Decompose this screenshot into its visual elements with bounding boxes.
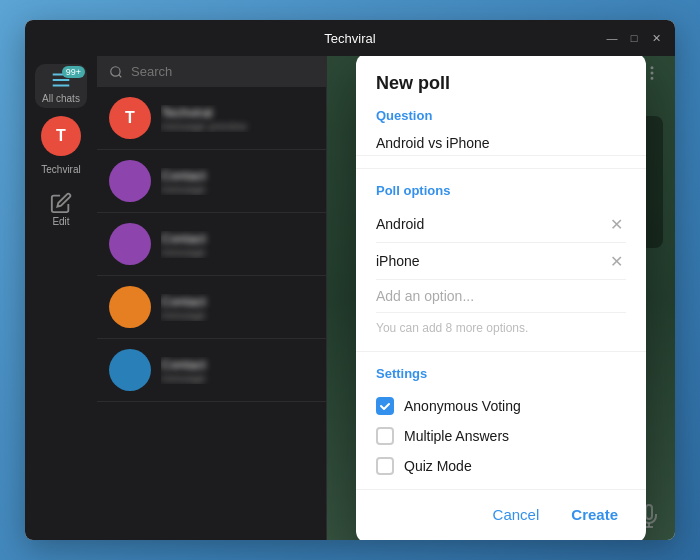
poll-option-android: Android ✕ (376, 206, 626, 243)
window-controls: — □ ✕ (605, 31, 663, 45)
quiz-mode-checkbox[interactable] (376, 457, 394, 475)
anonymous-voting-item[interactable]: Anonymous Voting (376, 391, 626, 421)
chat-item-techviral[interactable]: T Techviral message preview (97, 87, 326, 150)
create-button[interactable]: Create (563, 502, 626, 527)
poll-option-iphone: iPhone ✕ (376, 243, 626, 280)
chat-preview: message (161, 246, 314, 258)
chat-preview: message preview (161, 120, 314, 132)
modal-title: New poll (376, 73, 626, 94)
chat-avatar (109, 160, 151, 202)
modal-body: Poll options Android ✕ iPhone ✕ Add an o… (356, 169, 646, 351)
poll-options-label: Poll options (376, 183, 626, 198)
modal-divider (356, 155, 646, 156)
chat-info: Contact message (161, 231, 314, 258)
list-item[interactable]: Contact message (97, 213, 326, 276)
quiz-mode-item[interactable]: Quiz Mode (376, 451, 626, 481)
chat-avatar (109, 223, 151, 265)
chat-preview: message (161, 183, 314, 195)
chat-avatar: T (109, 97, 151, 139)
all-chats-label: All chats (42, 93, 80, 104)
app-window: Techviral — □ ✕ 99+ All chats T Techvira… (25, 20, 675, 540)
search-input[interactable] (131, 64, 314, 79)
chat-list: T Techviral message preview Contact mess… (97, 56, 327, 540)
multiple-answers-label: Multiple Answers (404, 428, 509, 444)
list-item[interactable]: Contact message (97, 150, 326, 213)
chat-name: Contact (161, 357, 314, 372)
add-option-field[interactable]: Add an option... (376, 280, 626, 313)
chat-area: a group members history as t.me/title fe… (327, 56, 675, 540)
question-label: Question (376, 108, 626, 123)
chat-name: Contact (161, 168, 314, 183)
modal-backdrop: New poll Question Poll options Android ✕ (327, 56, 675, 540)
quiz-mode-label: Quiz Mode (404, 458, 472, 474)
list-item[interactable]: Contact message (97, 276, 326, 339)
svg-point-0 (111, 66, 120, 75)
chat-info: Contact message (161, 294, 314, 321)
chat-info: Techviral message preview (161, 105, 314, 132)
poll-hint: You can add 8 more options. (376, 313, 626, 343)
close-button[interactable]: ✕ (649, 31, 663, 45)
anonymous-voting-checkbox[interactable] (376, 397, 394, 415)
remove-option-button[interactable]: ✕ (606, 214, 626, 234)
chat-avatar (109, 286, 151, 328)
title-bar: Techviral — □ ✕ (25, 20, 675, 56)
techviral-label: Techviral (41, 164, 80, 175)
modal-header: New poll Question (356, 56, 646, 169)
maximize-button[interactable]: □ (627, 31, 641, 45)
edit-label: Edit (52, 216, 69, 227)
chat-name: Techviral (161, 105, 314, 120)
main-content: 99+ All chats T Techviral Edit (25, 56, 675, 540)
multiple-answers-item[interactable]: Multiple Answers (376, 421, 626, 451)
sidebar-item-all-chats[interactable]: 99+ All chats (35, 64, 87, 108)
sidebar-avatar[interactable]: T (41, 116, 81, 156)
all-chats-badge: 99+ (62, 66, 85, 78)
minimize-button[interactable]: — (605, 31, 619, 45)
window-title: Techviral (324, 31, 375, 46)
search-bar (97, 56, 326, 87)
settings-label: Settings (376, 366, 626, 381)
chat-preview: message (161, 309, 314, 321)
question-input[interactable] (376, 131, 626, 155)
new-poll-modal: New poll Question Poll options Android ✕ (356, 56, 646, 540)
settings-section: Settings Anonymous Voting Multipl (356, 351, 646, 489)
chat-name: Contact (161, 231, 314, 246)
multiple-answers-checkbox[interactable] (376, 427, 394, 445)
check-icon (379, 400, 391, 412)
poll-option-text: iPhone (376, 253, 598, 269)
chat-info: Contact message (161, 357, 314, 384)
chat-avatar (109, 349, 151, 391)
chat-info: Contact message (161, 168, 314, 195)
remove-option-button[interactable]: ✕ (606, 251, 626, 271)
anonymous-voting-label: Anonymous Voting (404, 398, 521, 414)
cancel-button[interactable]: Cancel (485, 502, 548, 527)
sidebar-item-edit[interactable]: Edit (35, 187, 87, 231)
search-icon (109, 65, 123, 79)
sidebar: 99+ All chats T Techviral Edit (25, 56, 97, 540)
chat-name: Contact (161, 294, 314, 309)
poll-option-text: Android (376, 216, 598, 232)
chat-preview: message (161, 372, 314, 384)
list-item[interactable]: Contact message (97, 339, 326, 402)
modal-footer: Cancel Create (356, 489, 646, 540)
